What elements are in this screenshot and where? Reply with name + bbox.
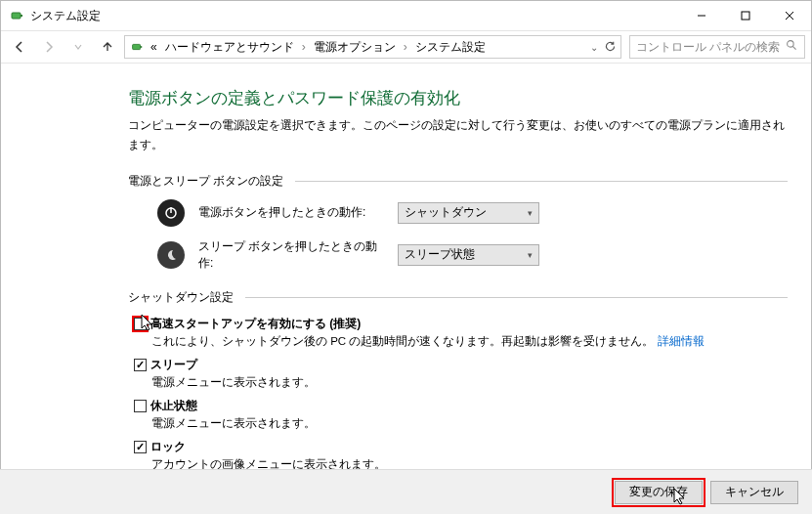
titlebar: システム設定	[1, 1, 811, 30]
main-content: 電源ボタンの定義とパスワード保護の有効化 コンピューターの電源設定を選択できます…	[1, 64, 811, 472]
minimize-button[interactable]	[679, 1, 723, 30]
fast-startup-option: 高速スタートアップを有効にする (推奨) これにより、シャットダウン後の PC …	[134, 316, 788, 349]
breadcrumb-item[interactable]: システム設定	[413, 39, 488, 56]
footer: 変更の保存 キャンセル	[0, 469, 812, 514]
battery-icon	[9, 8, 24, 23]
chevron-right-icon: ›	[402, 40, 409, 54]
cancel-button[interactable]: キャンセル	[710, 481, 798, 504]
refresh-icon[interactable]	[604, 40, 617, 55]
window-title: システム設定	[30, 8, 101, 24]
sleep-desc: 電源メニューに表示されます。	[151, 375, 788, 390]
svg-rect-1	[21, 15, 22, 17]
sleep-option: スリープ 電源メニューに表示されます。	[134, 357, 788, 390]
fast-startup-desc: これにより、シャットダウン後の PC の起動時間が速くなります。再起動は影響を受…	[151, 334, 788, 349]
svg-rect-3	[742, 12, 749, 20]
svg-rect-6	[133, 44, 141, 49]
power-button-row: 電源ボタンを押したときの動作: シャットダウン ▾	[157, 199, 788, 227]
toolbar: « ハードウェアとサウンド › 電源オプション › システム設定 ⌄ コントロー…	[1, 30, 811, 64]
search-input[interactable]: コントロール パネルの検索	[629, 35, 805, 59]
close-button[interactable]	[767, 1, 811, 30]
fast-startup-label: 高速スタートアップを有効にする (推奨)	[150, 316, 361, 332]
page-title: 電源ボタンの定義とパスワード保護の有効化	[128, 87, 788, 109]
svg-point-8	[788, 41, 794, 48]
recent-dropdown-icon[interactable]	[65, 34, 91, 60]
search-icon	[786, 39, 798, 55]
chevron-down-icon[interactable]: ⌄	[590, 42, 598, 53]
hibernate-label: 休止状態	[150, 398, 197, 414]
hibernate-desc: 電源メニューに表示されます。	[151, 416, 788, 431]
power-icon	[157, 199, 185, 227]
lock-option: ロック アカウントの画像メニューに表示されます。	[134, 439, 788, 472]
forward-button[interactable]	[36, 34, 62, 60]
breadcrumb[interactable]: « ハードウェアとサウンド › 電源オプション › システム設定 ⌄	[124, 35, 621, 59]
search-placeholder: コントロール パネルの検索	[636, 39, 780, 56]
maximize-button[interactable]	[723, 1, 767, 30]
lock-label: ロック	[150, 439, 186, 455]
svg-line-9	[792, 46, 795, 49]
sleep-checkbox[interactable]	[134, 359, 147, 371]
section-header: 電源とスリープ ボタンの設定	[128, 173, 788, 190]
section-header: シャットダウン設定	[128, 289, 788, 306]
breadcrumb-item[interactable]: 電源オプション	[312, 39, 398, 56]
chevron-down-icon: ▾	[528, 208, 533, 218]
back-button[interactable]	[7, 34, 32, 60]
sleep-button-label: スリープ ボタンを押したときの動作:	[198, 238, 384, 272]
sleep-action-dropdown[interactable]: スリープ状態 ▾	[398, 244, 539, 266]
breadcrumb-overflow[interactable]: «	[149, 40, 159, 54]
section-title: 電源とスリープ ボタンの設定	[128, 173, 283, 190]
section-title: シャットダウン設定	[128, 289, 234, 306]
battery-icon	[129, 39, 145, 55]
svg-rect-7	[141, 46, 143, 48]
chevron-right-icon: ›	[300, 40, 308, 54]
svg-rect-0	[12, 13, 21, 19]
lock-checkbox[interactable]	[134, 441, 147, 453]
window-controls	[679, 1, 811, 30]
sleep-button-row: スリープ ボタンを押したときの動作: スリープ状態 ▾	[157, 238, 788, 272]
up-button[interactable]	[95, 34, 120, 60]
power-button-label: 電源ボタンを押したときの動作:	[198, 204, 384, 221]
details-link[interactable]: 詳細情報	[658, 335, 705, 347]
save-button[interactable]: 変更の保存	[615, 481, 703, 504]
page-description: コンピューターの電源設定を選択できます。このページの設定に対して行う変更は、お使…	[128, 115, 788, 155]
breadcrumb-item[interactable]: ハードウェアとサウンド	[163, 39, 296, 56]
hibernate-option: 休止状態 電源メニューに表示されます。	[134, 398, 788, 431]
fast-startup-checkbox[interactable]	[134, 318, 147, 330]
moon-icon	[157, 241, 185, 269]
chevron-down-icon: ▾	[528, 250, 533, 260]
hibernate-checkbox[interactable]	[134, 400, 147, 412]
power-action-dropdown[interactable]: シャットダウン ▾	[398, 202, 539, 224]
sleep-label: スリープ	[150, 357, 197, 373]
